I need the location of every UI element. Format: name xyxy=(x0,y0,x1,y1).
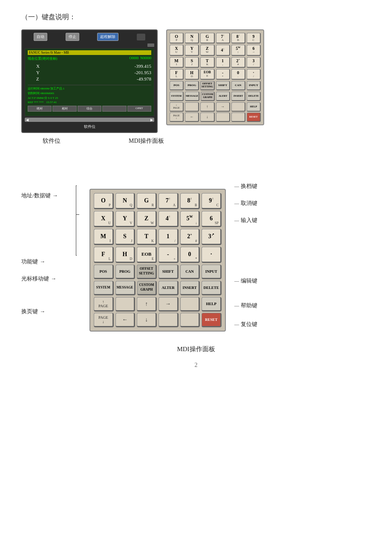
softkey-all[interactable]: 综合 xyxy=(78,106,101,112)
softkey-abs[interactable]: 绝对 xyxy=(28,106,52,112)
lg-key-H[interactable]: HD xyxy=(115,247,135,263)
key-SHIFT[interactable]: SHIFT xyxy=(216,81,230,90)
lg-key-S[interactable]: SJ xyxy=(115,229,135,245)
key-5[interactable]: 5W↑ xyxy=(231,45,245,55)
lg-key-OFFSET[interactable]: OFFSETSETTING xyxy=(137,265,157,279)
lg-key-INSERT[interactable]: INSERT xyxy=(180,281,200,295)
lg-key-EOB[interactable]: EOBE xyxy=(137,247,157,263)
key-DELETE[interactable]: DELETE xyxy=(247,92,261,101)
key-INPUT[interactable]: INPUT xyxy=(247,81,261,90)
nav-row-2: PAGE↓ ← ↓ RESET xyxy=(170,113,261,122)
lg-key-M[interactable]: MI xyxy=(94,229,114,245)
key-O[interactable]: OP xyxy=(170,33,184,43)
lg-key-Z[interactable]: ZW xyxy=(137,211,157,227)
lg-key-dot[interactable]: · xyxy=(202,247,222,263)
lg-key-0[interactable]: 0* xyxy=(180,247,200,263)
key-8[interactable]: 8↑B xyxy=(231,33,245,43)
lg-key-8[interactable]: 8↑B xyxy=(180,193,200,209)
key-RESET-small[interactable]: RESET xyxy=(247,113,261,122)
annotations-right: — 换档键 — 取消键 — 输入键 — 编辑键 — 帮助键 — 复位键 xyxy=(234,179,285,341)
lg-nav-right[interactable]: → xyxy=(159,297,179,312)
mdi-panel-large: OP NQ GR 7↑A 8↑B 9↑C XU YV xyxy=(89,189,226,332)
nav-down[interactable]: ↓ xyxy=(200,113,214,122)
key-4[interactable]: 4↑ xyxy=(216,45,230,55)
lg-key-G[interactable]: GR xyxy=(137,193,157,209)
softkey-oprt[interactable]: OPRT xyxy=(127,106,151,112)
lg-nav-down[interactable]: ↓ xyxy=(137,313,157,327)
lg-key-6[interactable]: 6SP xyxy=(202,211,222,227)
lg-key-CUSTOM[interactable]: CUSTOMGRAPH xyxy=(137,281,157,295)
key-minus[interactable]: -+ xyxy=(216,69,230,80)
lg-nav-page-up[interactable]: ↑PAGE xyxy=(94,297,114,312)
lg-key-DELETE[interactable]: DELETE xyxy=(202,281,222,295)
lg-key-2[interactable]: 2+# xyxy=(180,229,200,245)
lg-key-N[interactable]: NQ xyxy=(115,193,135,209)
lg-key-Y[interactable]: YV xyxy=(115,211,135,227)
key-3[interactable]: 3/ xyxy=(247,57,261,68)
lg-key-SHIFT[interactable]: SHIFT xyxy=(159,265,179,279)
lg-key-SYSTEM[interactable]: SYSTEM xyxy=(94,281,114,295)
lg-nav-page-down[interactable]: PAGE↓ xyxy=(94,313,114,327)
key-ALERT[interactable]: ALERT xyxy=(216,92,230,101)
lg-key-4[interactable]: 4↑ xyxy=(159,211,179,227)
auto-btn[interactable]: 自动 xyxy=(34,33,47,41)
key-M[interactable]: MI xyxy=(170,57,184,68)
nav-up[interactable]: ↑ xyxy=(200,102,214,112)
key-2[interactable]: 2+# xyxy=(231,57,245,68)
lg-key-1[interactable]: 1/ xyxy=(159,229,179,245)
lg-key-3[interactable]: 3↗ xyxy=(202,229,222,245)
nav-right[interactable]: → xyxy=(216,102,230,112)
nav-page-down[interactable]: PAGE↓ xyxy=(170,113,184,122)
lg-key-X[interactable]: XU xyxy=(94,211,114,227)
lg-key-5[interactable]: 5W↓ xyxy=(180,211,200,227)
nav-empty-3 xyxy=(216,113,230,122)
key-dot[interactable]: ·/ xyxy=(247,69,261,80)
key-S[interactable]: SJ xyxy=(185,57,199,68)
lg-key-minus[interactable]: -+ xyxy=(159,247,179,263)
key-H[interactable]: HD xyxy=(185,69,199,80)
key-G[interactable]: GR xyxy=(200,33,214,43)
key-CUSTOM[interactable]: CUSTOMGRAPH xyxy=(201,92,215,101)
lg-key-O[interactable]: OP xyxy=(94,193,114,209)
key-0[interactable]: 0. xyxy=(231,69,245,80)
lg-key-CAN[interactable]: CAN xyxy=(180,265,200,279)
lg-key-RESET[interactable]: RESET xyxy=(202,313,222,327)
lg-nav-up[interactable]: ↑ xyxy=(137,297,157,312)
key-PROG[interactable]: PROG xyxy=(185,81,199,90)
key-Z[interactable]: ZW xyxy=(200,45,214,55)
softkey-rel[interactable]: 相对 xyxy=(52,106,76,112)
key-F[interactable]: FL xyxy=(170,69,184,80)
lg-key-ALTER[interactable]: ALTER xyxy=(159,281,179,295)
key-SYSTEM[interactable]: SYSTEM xyxy=(170,92,184,101)
key-INSERT[interactable]: INSERT xyxy=(231,92,245,101)
key-6[interactable]: 6→ xyxy=(247,45,261,55)
lg-key-PROG[interactable]: PROG xyxy=(115,265,135,279)
key-T[interactable]: TK xyxy=(200,57,214,68)
lg-key-F[interactable]: FL xyxy=(94,247,114,263)
key-CAN[interactable]: CAN xyxy=(231,81,245,90)
key-HELP[interactable]: HELP xyxy=(247,102,261,112)
lg-key-7[interactable]: 7↑A xyxy=(159,193,179,209)
key-7[interactable]: 7↑A xyxy=(216,33,230,43)
key-9[interactable]: 9C xyxy=(247,33,261,43)
key-POS[interactable]: POS xyxy=(170,81,184,90)
lg-key-9[interactable]: 9↑C xyxy=(202,193,222,209)
lg-key-POS[interactable]: POS xyxy=(94,265,114,279)
nav-page-up[interactable]: ↑PAGE xyxy=(170,102,184,112)
nav-left[interactable]: ← xyxy=(185,113,199,122)
softkey-empty xyxy=(102,106,126,112)
key-EOB[interactable]: EOBE xyxy=(200,69,214,80)
lg-key-INPUT[interactable]: INPUT xyxy=(202,265,222,279)
lg-key-MESSAGE[interactable]: MESSAGE xyxy=(115,281,135,295)
lg-key-HELP[interactable]: HELP xyxy=(202,297,222,312)
lg-key-T[interactable]: TK xyxy=(137,229,157,245)
override-btn[interactable]: 超程解除 xyxy=(97,33,118,41)
key-OFFSET[interactable]: OFFSETSETTING xyxy=(200,81,214,90)
stop-btn[interactable]: 停止 xyxy=(66,33,79,41)
key-MESSAGE[interactable]: MESSAGE xyxy=(185,92,199,101)
lg-nav-left[interactable]: ← xyxy=(115,313,135,327)
key-1[interactable]: 1, xyxy=(216,57,230,68)
key-X[interactable]: XU xyxy=(170,45,184,55)
key-Y[interactable]: YV xyxy=(185,45,199,55)
key-N[interactable]: NQ xyxy=(185,33,199,43)
